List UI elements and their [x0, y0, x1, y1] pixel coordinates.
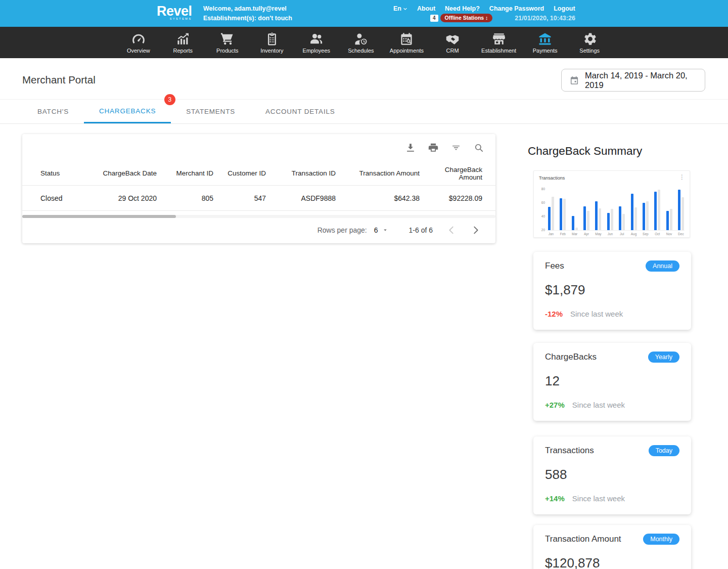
main-nav: OverviewReportsProductsInventoryEmployee…	[0, 27, 728, 58]
kpi-period-badge: Today	[649, 445, 679, 456]
nav-item-appointments[interactable]: Appointments	[390, 31, 424, 58]
header-link-en[interactable]: En	[393, 5, 407, 12]
chart-y-tick: 20	[536, 228, 545, 232]
chart-bar-current	[678, 190, 680, 230]
chart-bar-current	[595, 201, 598, 230]
chart-bars	[631, 189, 637, 230]
nav-item-employees[interactable]: Employees	[301, 31, 332, 58]
nav-item-overview[interactable]: Overview	[123, 31, 154, 58]
next-page-button[interactable]	[470, 225, 481, 236]
horizontal-scrollbar-thumb[interactable]	[22, 215, 176, 218]
header-link-need-help[interactable]: Need Help?	[445, 5, 480, 12]
nav-item-settings[interactable]: Settings	[574, 31, 605, 58]
nav-item-inventory[interactable]: Inventory	[256, 31, 288, 58]
kpi-title: ChargeBacks	[545, 352, 597, 362]
chargebacks-table-card: StatusChargeBack DateMerchant IDCustomer…	[22, 134, 495, 243]
header-link-logout[interactable]: Logout	[554, 5, 575, 12]
rows-per-page-label: Rows per page:	[317, 226, 367, 234]
search-icon[interactable]	[473, 142, 484, 153]
kebab-menu-icon[interactable]: ⋮	[679, 174, 685, 180]
page-title: Merchant Portal	[22, 74, 96, 86]
header-link-change-password[interactable]: Change Password	[489, 5, 544, 12]
kpi-delta: +14%	[545, 494, 565, 503]
filter-icon[interactable]	[450, 142, 462, 153]
chart-bar-group: Feb	[560, 189, 566, 236]
nav-item-schedules[interactable]: Schedules	[345, 31, 377, 58]
header-status-row: 4 Offline Stations ↕ 21/01/2020, 10:43:2…	[430, 14, 575, 22]
clipboard-icon	[264, 31, 280, 47]
chart-bar-comparison	[658, 190, 660, 230]
chart-bar-comparison	[622, 214, 625, 230]
kpi-period-badge: Monthly	[643, 534, 679, 545]
column-header-merchant-id: Merchant ID	[160, 169, 216, 177]
kpi-note: Since last week	[572, 401, 625, 409]
chart-title: Transactions	[539, 176, 565, 181]
kpi-title: Fees	[545, 261, 564, 271]
nav-item-label: Employees	[303, 48, 330, 54]
print-icon[interactable]	[428, 142, 439, 153]
cell-chargeback-date: 29 Oct 2020	[79, 194, 160, 202]
chart-bars	[654, 189, 660, 230]
bank-icon	[537, 31, 553, 47]
tab-label: ACCOUNT DETAILS	[265, 108, 335, 115]
pagination-range-text: 1-6 of 6	[409, 226, 433, 234]
nav-item-reports[interactable]: Reports	[167, 31, 199, 58]
chart-bars	[607, 189, 613, 230]
column-header-transaction-amount: Transaction Amount	[339, 169, 423, 177]
tab-chargebacks[interactable]: CHARGEBACKS3	[84, 100, 171, 123]
kpi-value: $1,879	[545, 282, 679, 298]
download-icon[interactable]	[405, 142, 416, 153]
horizontal-scrollbar-track	[22, 215, 495, 218]
chart-bar-comparison	[634, 207, 637, 230]
tab-batch-s[interactable]: BATCH'S	[22, 100, 84, 123]
tab-account-details[interactable]: ACCOUNT DETAILS	[250, 100, 350, 123]
kpi-card-header: FeesAnnual	[545, 260, 679, 272]
table-row[interactable]: Closed29 Oct 2020805547ASDF9888$642.38$9…	[22, 186, 495, 211]
chart-bars	[666, 189, 672, 230]
person-clock-icon	[353, 31, 369, 47]
nav-item-crm[interactable]: CRM	[437, 31, 468, 58]
chart-bar-current	[631, 194, 633, 230]
kpi-title: Transaction Amount	[545, 534, 621, 544]
column-header-chargeback-amount: ChargeBack Amount	[423, 166, 485, 181]
chart-x-tick: Dec	[678, 232, 684, 236]
rows-per-page-select[interactable]: 6	[374, 226, 388, 234]
chart-bar-group: Jun	[607, 189, 613, 236]
handshake-icon	[445, 31, 460, 47]
chevron-down-icon	[403, 7, 407, 11]
transactions-chart-card: Transactions ⋮ 80604020 JanFebMarAprMayJ…	[533, 170, 690, 238]
kpi-title: Transactions	[545, 446, 594, 456]
kpi-card-transaction-amount: Transaction AmountMonthly$120,878	[533, 525, 691, 569]
chart-bar-current	[560, 198, 562, 230]
chart-bar-comparison	[670, 209, 672, 230]
nav-item-label: Inventory	[260, 48, 283, 54]
nav-item-label: Schedules	[348, 48, 374, 54]
column-header-status: Status	[32, 169, 79, 177]
calendar-search-icon	[399, 31, 414, 47]
logo-brand-text: Revel	[157, 4, 192, 18]
table-pagination: Rows per page: 6 1-6 of 6	[22, 218, 495, 242]
kpi-card-header: TransactionsToday	[545, 445, 679, 456]
chart-bar-current	[619, 206, 621, 230]
offline-stations-dropdown[interactable]: Offline Stations ↕	[440, 14, 493, 22]
column-header-customer-id: Customer ID	[216, 169, 269, 177]
chevron-left-icon	[446, 225, 457, 236]
chart-bar-current	[548, 207, 551, 230]
nav-item-payments[interactable]: Payments	[529, 31, 561, 58]
header-link-about[interactable]: About	[417, 5, 435, 12]
chart-bar-current	[572, 216, 574, 230]
nav-item-label: Appointments	[390, 48, 424, 54]
date-range-picker[interactable]: March 14, 2019 - March 20, 2019	[561, 69, 705, 92]
previous-page-button[interactable]	[446, 225, 457, 236]
nav-item-products[interactable]: Products	[212, 31, 243, 58]
chart-plot-area: JanFebMarAprMayJunJulAugSepOctNovDec	[548, 189, 684, 236]
nav-item-establishment[interactable]: Establishment	[481, 31, 516, 58]
cell-status: Closed	[32, 194, 79, 202]
kpi-value: 588	[545, 467, 679, 483]
chart-bar-group: Sep	[643, 189, 649, 236]
tab-statements[interactable]: STATEMENTS	[171, 100, 250, 123]
chart-bar-comparison	[552, 197, 554, 230]
updown-arrow-icon: ↕	[485, 15, 488, 21]
nav-item-label: CRM	[446, 48, 459, 54]
chart-bar-group: Apr	[583, 189, 589, 236]
